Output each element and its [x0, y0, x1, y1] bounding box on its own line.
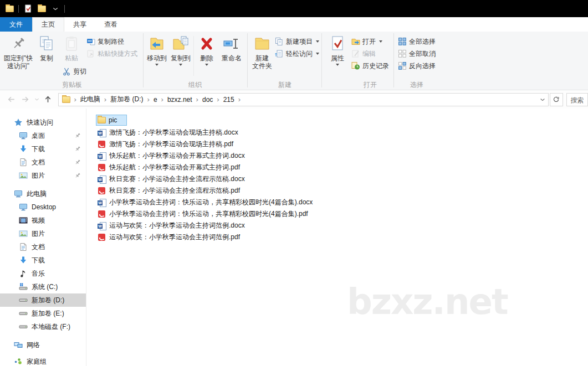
sidebar-item-label: 系统 (C:) — [32, 282, 58, 292]
sidebar-item-drive-c[interactable]: 系统 (C:) — [0, 280, 86, 293]
sidebar-item-network[interactable]: 网络 — [0, 338, 86, 352]
music-icon — [19, 269, 28, 278]
breadcrumb-e[interactable]: e — [151, 96, 160, 104]
pin-icon[interactable] — [74, 146, 81, 152]
button-divider — [193, 36, 194, 76]
properties-button[interactable]: 属性 — [326, 34, 349, 66]
file-name: 小学秋季运动会主持词：快乐运动，共享精彩校园时光(4篇合集).pdf — [109, 209, 308, 219]
open-button[interactable]: 打开 — [351, 36, 382, 47]
sidebar-item-downloads-qa[interactable]: 下载 — [0, 142, 86, 156]
pin-icon — [9, 34, 27, 54]
sidebar-item-documents[interactable]: 文档 — [0, 240, 86, 254]
breadcrumb-bzxz-net[interactable]: bzxz.net — [165, 96, 195, 104]
qat-new-folder-button[interactable] — [37, 4, 47, 14]
edit-label: 编辑 — [362, 49, 376, 59]
paste-button[interactable]: 粘贴 — [59, 34, 84, 62]
file-name: 小学秋季运动会主持词：快乐运动，共享精彩校园时光(4篇合集).docx — [109, 198, 313, 207]
move-to-icon — [148, 34, 166, 54]
new-folder-button[interactable]: 新建 文件夹 — [249, 34, 275, 70]
file-row[interactable]: 秋日竞赛：小学运动会主持全流程示范稿.pdf — [86, 185, 588, 197]
select-none-icon — [398, 49, 407, 58]
copy-to-button[interactable]: 复制到 — [169, 34, 192, 66]
move-to-button[interactable]: 移动到 — [145, 34, 168, 66]
tab-view[interactable]: 查看 — [95, 17, 126, 32]
breadcrumb-drive-d[interactable]: 新加卷 (D:) — [108, 95, 145, 104]
sidebar-item-homegroup[interactable]: 家庭组 — [0, 355, 86, 366]
breadcrumb-separator: › — [237, 95, 242, 104]
pin-icon[interactable] — [74, 172, 81, 179]
sidebar-item-music[interactable]: 音乐 — [0, 267, 86, 280]
move-to-label: 移动到 — [147, 54, 167, 62]
sidebar-item-this-pc[interactable]: 此电脑 — [0, 187, 86, 200]
select-none-button[interactable]: 全部取消 — [398, 48, 436, 59]
this-pc-icon — [14, 189, 23, 198]
file-row[interactable]: 运动与欢笑：小学秋季运动会主持词范例.pdf — [86, 231, 588, 243]
network-icon — [14, 341, 23, 349]
sidebar-item-pictures[interactable]: 图片 — [0, 227, 86, 240]
cut-button[interactable]: 剪切 — [62, 66, 86, 77]
up-button[interactable] — [42, 94, 54, 106]
folder-icon — [98, 117, 106, 123]
pin-icon[interactable] — [74, 132, 81, 139]
breadcrumb-doc[interactable]: doc — [200, 96, 215, 104]
qat-properties-button[interactable] — [23, 4, 33, 14]
address-history-chevron-icon[interactable] — [539, 96, 546, 103]
breadcrumb-215[interactable]: 215 — [221, 96, 237, 104]
file-name: 秋日竞赛：小学运动会主持全流程示范稿.docx — [109, 174, 245, 184]
sidebar-item-drive-f[interactable]: 本地磁盘 (F:) — [0, 320, 86, 333]
tab-home[interactable]: 主页 — [32, 17, 64, 32]
easy-access-button[interactable]: 轻松访问 — [275, 48, 319, 59]
group-label-open: 打开 — [352, 80, 388, 90]
file-row[interactable]: 小学秋季运动会主持词：快乐运动，共享精彩校园时光(4篇合集).docx — [86, 197, 588, 208]
address-bar[interactable]: › 此电脑 › 新加卷 (D:) › e › bzxz.net › doc › … — [58, 93, 549, 106]
history-button[interactable]: 历史记录 — [351, 60, 389, 71]
recent-locations-button[interactable] — [33, 94, 40, 106]
sidebar-item-desktop[interactable]: Desktop — [0, 200, 86, 214]
select-all-button[interactable]: 全部选择 — [398, 36, 436, 47]
file-row[interactable]: 激情飞扬：小学秋季运动会现场主持稿.pdf — [86, 138, 588, 150]
file-row[interactable]: 小学秋季运动会主持词：快乐运动，共享精彩校园时光(4篇合集).pdf — [86, 208, 588, 220]
pin-icon[interactable] — [74, 159, 81, 166]
sidebar-item-downloads[interactable]: 下载 — [0, 254, 86, 267]
file-row[interactable]: 快乐起航：小学秋季运动会开幕式主持词.pdf — [86, 162, 588, 173]
sidebar-item-pictures-qa[interactable]: 图片 — [0, 169, 86, 182]
file-row[interactable]: 运动与欢笑：小学秋季运动会主持词范例.docx — [86, 220, 588, 231]
sidebar-item-quick-access[interactable]: 快速访问 — [0, 116, 86, 129]
sidebar-item-videos[interactable]: 视频 — [0, 214, 86, 227]
paste-shortcut-button[interactable]: 粘贴快捷方式 — [86, 48, 137, 59]
rename-button[interactable]: 重命名 — [218, 34, 245, 62]
sidebar-item-desktop-qa[interactable]: 桌面 — [0, 129, 86, 142]
breadcrumb-this-pc[interactable]: 此电脑 — [78, 95, 103, 104]
file-row-folder-pic[interactable]: pic — [86, 114, 588, 127]
easy-access-label: 轻松访问 — [286, 49, 313, 59]
file-row[interactable]: 快乐起航：小学秋季运动会开幕式主持词.docx — [86, 150, 588, 162]
edit-button[interactable]: 编辑 — [351, 48, 376, 59]
sidebar-item-label: 下载 — [32, 145, 45, 154]
copy-button[interactable]: 复制 — [35, 34, 58, 62]
file-name: 快乐起航：小学秋季运动会开幕式主持词.pdf — [109, 163, 240, 172]
tab-share[interactable]: 共享 — [64, 17, 95, 32]
qat-folder-button[interactable] — [4, 4, 14, 14]
forward-button[interactable] — [19, 94, 32, 106]
select-all-label: 全部选择 — [409, 37, 436, 47]
file-row[interactable]: 秋日竞赛：小学运动会主持全流程示范稿.docx — [86, 173, 588, 185]
copy-path-button[interactable]: 复制路径 — [86, 36, 124, 47]
back-icon — [7, 95, 16, 104]
tab-file[interactable]: 文件 — [0, 17, 32, 32]
word-file-icon — [98, 128, 106, 137]
search-input[interactable]: 搜索 — [566, 93, 588, 106]
file-row[interactable]: 激情飞扬：小学秋季运动会现场主持稿.docx — [86, 127, 588, 138]
new-item-button[interactable]: 新建项目 — [275, 36, 319, 47]
desktop-icon — [19, 131, 28, 140]
sidebar-item-drive-d[interactable]: 新加卷 (D:) — [0, 293, 86, 307]
qat-customize-button[interactable] — [50, 4, 60, 14]
sidebar-item-drive-e[interactable]: 新加卷 (E:) — [0, 307, 86, 320]
rename-icon — [223, 34, 241, 54]
chevron-down-icon — [34, 96, 40, 102]
refresh-button[interactable] — [550, 93, 563, 106]
back-button[interactable] — [6, 94, 18, 106]
pin-to-quick-access-button[interactable]: 固定到"快速访问" — [1, 34, 35, 70]
invert-selection-button[interactable]: 反向选择 — [398, 60, 436, 71]
sidebar-item-documents-qa[interactable]: 文档 — [0, 156, 86, 169]
delete-button[interactable]: 删除 — [195, 34, 218, 66]
